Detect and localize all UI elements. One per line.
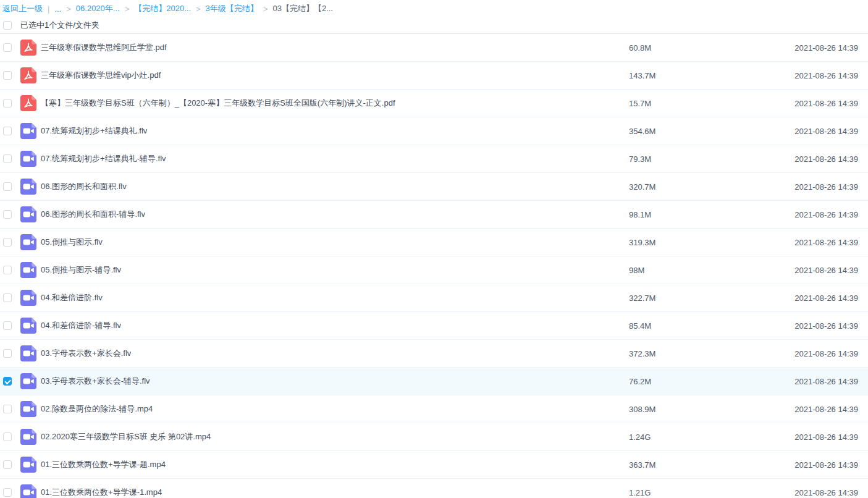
video-file-icon	[20, 484, 36, 498]
file-size: 308.9M	[629, 405, 655, 414]
row-checkbox[interactable]	[3, 460, 12, 469]
video-file-icon	[20, 123, 36, 139]
file-row[interactable]: 06.图形的周长和面积.flv 320.7M 2021-08-26 14:39	[0, 173, 868, 201]
breadcrumb-separator: >	[66, 4, 71, 14]
file-name[interactable]: 05.倒推与图示.flv	[41, 237, 103, 248]
file-size: 320.7M	[629, 182, 655, 192]
video-file-icon	[20, 318, 36, 334]
file-row[interactable]: 06.图形的周长和面积-辅导.flv 98.1M 2021-08-26 14:3…	[0, 201, 868, 229]
file-size: 1.21G	[629, 488, 651, 497]
file-modified-date: 2021-08-26 14:39	[794, 266, 858, 275]
row-checkbox[interactable]	[3, 43, 12, 52]
file-name[interactable]: 07.统筹规划初步+结课典礼-辅导.flv	[41, 153, 166, 164]
file-row[interactable]: 01.三位数乘两位数+导学课-1.mp4 1.21G 2021-08-26 14…	[0, 479, 868, 498]
row-checkbox[interactable]	[3, 127, 12, 135]
file-row[interactable]: 03.字母表示数+家长会-辅导.flv 76.2M 2021-08-26 14:…	[0, 368, 868, 395]
row-checkbox[interactable]	[3, 349, 12, 358]
file-name[interactable]: 04.和差倍进阶-辅导.flv	[41, 320, 121, 331]
file-row[interactable]: 三年级寒假课数学思维vip小灶.pdf 143.7M 2021-08-26 14…	[0, 62, 868, 90]
file-modified-date: 2021-08-26 14:39	[794, 99, 858, 108]
selection-count-label: 已选中1个文件/文件夹	[20, 20, 99, 31]
file-modified-date: 2021-08-26 14:39	[794, 405, 858, 414]
file-row[interactable]: 03.字母表示数+家长会.flv 372.3M 2021-08-26 14:39	[0, 340, 868, 368]
breadcrumb-separator: >	[263, 4, 268, 14]
video-file-icon	[20, 179, 36, 195]
video-file-icon	[20, 151, 36, 167]
row-checkbox[interactable]	[3, 182, 12, 191]
file-name[interactable]: 06.图形的周长和面积.flv	[41, 181, 127, 192]
file-name[interactable]: 03.字母表示数+家长会-辅导.flv	[41, 376, 150, 387]
file-name[interactable]: 07.统筹规划初步+结课典礼.flv	[41, 125, 147, 137]
file-row[interactable]: 【寒】三年级数学目标S班（六年制）_【2020-寒】三年级数学目标S班全国版(六…	[0, 90, 868, 117]
video-file-icon	[20, 290, 36, 306]
file-name[interactable]: 03.字母表示数+家长会.flv	[41, 348, 131, 359]
pdf-file-icon	[20, 95, 36, 111]
file-size: 372.3M	[629, 349, 655, 358]
file-size: 98.1M	[629, 210, 651, 219]
file-name[interactable]: 05.倒推与图示-辅导.flv	[41, 264, 121, 276]
file-modified-date: 2021-08-26 14:39	[794, 349, 858, 358]
file-modified-date: 2021-08-26 14:39	[794, 71, 858, 80]
file-size: 85.4M	[629, 321, 651, 331]
breadcrumb-link[interactable]: 06.2020年...	[76, 3, 120, 14]
row-checkbox[interactable]	[3, 266, 12, 274]
file-row[interactable]: 04.和差倍进阶.flv 322.7M 2021-08-26 14:39	[0, 284, 868, 312]
select-all-checkbox[interactable]	[3, 21, 12, 30]
file-name[interactable]: 02.除数是两位的除法-辅导.mp4	[41, 403, 153, 415]
breadcrumb: 返回上一级 | ...>06.2020年...>【完结】2020...>3年级【…	[0, 0, 868, 17]
file-modified-date: 2021-08-26 14:39	[794, 293, 858, 303]
file-name[interactable]: 三年级寒假课数学思维vip小灶.pdf	[41, 70, 161, 81]
video-file-icon	[20, 457, 36, 473]
pdf-file-icon	[20, 40, 36, 56]
file-row[interactable]: 02.2020寒三年级数学目标S班 史乐 第02讲.mp4 1.24G 2021…	[0, 423, 868, 451]
file-size: 15.7M	[629, 99, 651, 108]
video-file-icon	[20, 206, 36, 222]
file-name[interactable]: 【寒】三年级数学目标S班（六年制）_【2020-寒】三年级数学目标S班全国版(六…	[41, 98, 395, 109]
file-size: 1.24G	[629, 433, 651, 442]
breadcrumb-back-link[interactable]: 返回上一级	[2, 3, 43, 14]
file-modified-date: 2021-08-26 14:39	[794, 182, 858, 192]
row-checkbox[interactable]	[3, 405, 12, 413]
row-checkbox[interactable]	[3, 99, 12, 108]
file-modified-date: 2021-08-26 14:39	[794, 238, 858, 247]
file-modified-date: 2021-08-26 14:39	[794, 210, 858, 219]
file-modified-date: 2021-08-26 14:39	[794, 154, 858, 164]
row-checkbox[interactable]	[3, 321, 12, 330]
breadcrumb-link[interactable]: ...	[54, 4, 61, 14]
file-row[interactable]: 三年级寒假课数学思维阿丘学堂.pdf 60.8M 2021-08-26 14:3…	[0, 34, 868, 62]
file-name[interactable]: 04.和差倍进阶.flv	[41, 292, 103, 303]
file-row[interactable]: 05.倒推与图示-辅导.flv 98M 2021-08-26 14:39	[0, 256, 868, 284]
row-checkbox[interactable]	[3, 238, 12, 247]
file-size: 363.7M	[629, 460, 655, 470]
row-checkbox[interactable]	[3, 488, 12, 497]
row-checkbox[interactable]	[3, 293, 12, 302]
file-size: 76.2M	[629, 377, 651, 386]
file-name[interactable]: 01.三位数乘两位数+导学课-1.mp4	[41, 487, 162, 498]
video-file-icon	[20, 262, 36, 278]
video-file-icon	[20, 345, 36, 361]
breadcrumb-link[interactable]: 【完结】2020...	[134, 3, 191, 14]
row-checkbox[interactable]	[3, 433, 12, 441]
video-file-icon	[20, 401, 36, 417]
file-modified-date: 2021-08-26 14:39	[794, 321, 858, 331]
pdf-file-icon	[20, 67, 36, 83]
file-name[interactable]: 三年级寒假课数学思维阿丘学堂.pdf	[41, 42, 167, 53]
row-checkbox[interactable]	[3, 71, 12, 80]
file-row[interactable]: 02.除数是两位的除法-辅导.mp4 308.9M 2021-08-26 14:…	[0, 395, 868, 423]
file-size: 143.7M	[629, 71, 655, 80]
file-manager-page: 返回上一级 | ...>06.2020年...>【完结】2020...>3年级【…	[0, 0, 868, 498]
row-checkbox[interactable]	[3, 377, 12, 386]
file-name[interactable]: 06.图形的周长和面积-辅导.flv	[41, 209, 145, 220]
file-modified-date: 2021-08-26 14:39	[794, 43, 858, 53]
file-list: 三年级寒假课数学思维阿丘学堂.pdf 60.8M 2021-08-26 14:3…	[0, 34, 868, 498]
file-row[interactable]: 01.三位数乘两位数+导学课-题.mp4 363.7M 2021-08-26 1…	[0, 451, 868, 479]
file-row[interactable]: 07.统筹规划初步+结课典礼-辅导.flv 79.3M 2021-08-26 1…	[0, 145, 868, 173]
row-checkbox[interactable]	[3, 210, 12, 219]
file-name[interactable]: 01.三位数乘两位数+导学课-题.mp4	[41, 459, 166, 470]
file-name[interactable]: 02.2020寒三年级数学目标S班 史乐 第02讲.mp4	[41, 431, 211, 442]
file-row[interactable]: 07.统筹规划初步+结课典礼.flv 354.6M 2021-08-26 14:…	[0, 117, 868, 145]
breadcrumb-link[interactable]: 3年级【完结】	[206, 3, 258, 14]
file-row[interactable]: 04.和差倍进阶-辅导.flv 85.4M 2021-08-26 14:39	[0, 312, 868, 340]
row-checkbox[interactable]	[3, 154, 12, 163]
file-row[interactable]: 05.倒推与图示.flv 319.3M 2021-08-26 14:39	[0, 229, 868, 256]
